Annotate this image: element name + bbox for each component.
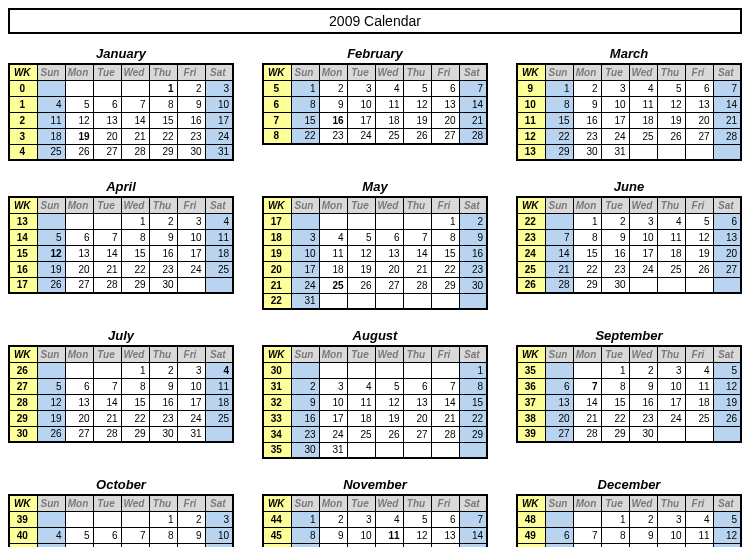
day-header: Mon <box>573 64 601 80</box>
day-cell: 13 <box>375 245 403 261</box>
day-cell: 21 <box>573 410 601 426</box>
day-cell: 19 <box>37 410 65 426</box>
week-row: 366789101112 <box>517 378 741 394</box>
day-header: Wed <box>629 346 657 362</box>
day-cell: 14 <box>121 112 149 128</box>
month-block: AprilWKSunMonTueWedThuFriSat131234145678… <box>8 179 234 310</box>
day-cell: 11 <box>685 378 713 394</box>
month-name: November <box>262 477 488 492</box>
day-header: Thu <box>149 495 177 511</box>
day-cell: 28 <box>403 277 431 293</box>
day-cell: 18 <box>685 394 713 410</box>
week-number: 15 <box>9 245 37 261</box>
day-cell: 15 <box>291 112 319 128</box>
day-cell: 27 <box>65 277 93 293</box>
day-header: Tue <box>93 346 121 362</box>
day-cell: 11 <box>205 229 233 245</box>
day-cell: 31 <box>291 293 319 309</box>
day-cell: 7 <box>545 229 573 245</box>
day-header: Mon <box>319 197 347 213</box>
day-cell: 13 <box>403 394 431 410</box>
week-number: 30 <box>9 426 37 442</box>
day-cell: 30 <box>149 426 177 442</box>
week-number: 37 <box>517 394 545 410</box>
day-cell: 9 <box>149 378 177 394</box>
day-cell: 25 <box>657 261 685 277</box>
day-header: Sat <box>713 197 741 213</box>
week-row: 1115161718192021 <box>517 112 741 128</box>
day-cell: 5 <box>713 511 741 527</box>
day-cell: 9 <box>573 96 601 112</box>
day-cell <box>403 442 431 458</box>
day-cell: 5 <box>65 96 93 112</box>
day-cell: 23 <box>319 128 347 144</box>
day-cell: 16 <box>459 245 487 261</box>
day-cell: 20 <box>403 410 431 426</box>
week-row: 441234567 <box>263 511 487 527</box>
week-number: 17 <box>9 277 37 293</box>
day-cell <box>713 144 741 160</box>
day-cell: 11 <box>685 527 713 543</box>
day-header: Thu <box>403 197 431 213</box>
day-cell: 4 <box>205 213 233 229</box>
week-row: 27567891011 <box>9 378 233 394</box>
day-cell: 3 <box>657 362 685 378</box>
week-header: WK <box>263 346 291 362</box>
day-header: Tue <box>93 197 121 213</box>
day-header: Mon <box>65 346 93 362</box>
day-cell: 9 <box>149 229 177 245</box>
day-cell: 5 <box>375 378 403 394</box>
day-cell: 13 <box>545 394 573 410</box>
day-cell: 29 <box>121 426 149 442</box>
month-name: August <box>262 328 488 343</box>
day-cell: 13 <box>65 245 93 261</box>
day-cell: 12 <box>657 96 685 112</box>
week-number: 8 <box>263 128 291 144</box>
day-cell: 14 <box>545 245 573 261</box>
day-cell: 11 <box>629 96 657 112</box>
day-cell: 15 <box>459 394 487 410</box>
day-cell: 14 <box>403 245 431 261</box>
day-cell: 4 <box>37 96 65 112</box>
day-header: Sun <box>37 495 65 511</box>
day-cell <box>629 144 657 160</box>
day-header: Mon <box>65 197 93 213</box>
week-row: 5013141516171819 <box>517 543 741 547</box>
week-row: 183456789 <box>263 229 487 245</box>
week-row: 2017181920212223 <box>263 261 487 277</box>
day-cell: 15 <box>601 394 629 410</box>
week-number: 46 <box>263 543 291 547</box>
day-cell <box>347 293 375 309</box>
day-cell: 25 <box>205 410 233 426</box>
calendar-grid: JanuaryWKSunMonTueWedThuFriSat0123145678… <box>8 46 742 547</box>
day-header: Sun <box>37 197 65 213</box>
day-cell: 10 <box>347 96 375 112</box>
day-cell: 3 <box>347 80 375 96</box>
day-cell <box>121 511 149 527</box>
day-cell: 18 <box>685 543 713 547</box>
day-cell: 23 <box>601 261 629 277</box>
day-cell: 11 <box>657 229 685 245</box>
day-cell: 16 <box>291 410 319 426</box>
day-header: Wed <box>629 64 657 80</box>
day-cell <box>431 362 459 378</box>
day-cell: 24 <box>205 128 233 144</box>
day-cell: 8 <box>459 378 487 394</box>
week-number: 22 <box>263 293 291 309</box>
day-cell: 21 <box>713 112 741 128</box>
week-number: 21 <box>263 277 291 293</box>
month-name: May <box>262 179 488 194</box>
day-cell <box>37 511 65 527</box>
day-cell <box>37 213 65 229</box>
day-cell <box>291 213 319 229</box>
day-cell: 10 <box>177 378 205 394</box>
week-number: 6 <box>263 96 291 112</box>
day-header: Mon <box>319 346 347 362</box>
day-cell: 2 <box>319 80 347 96</box>
day-cell: 6 <box>713 213 741 229</box>
month-block: MayWKSunMonTueWedThuFriSat17121834567891… <box>262 179 488 310</box>
day-cell: 10 <box>205 527 233 543</box>
week-row: 2521222324252627 <box>517 261 741 277</box>
day-cell: 20 <box>431 112 459 128</box>
day-cell: 25 <box>629 128 657 144</box>
